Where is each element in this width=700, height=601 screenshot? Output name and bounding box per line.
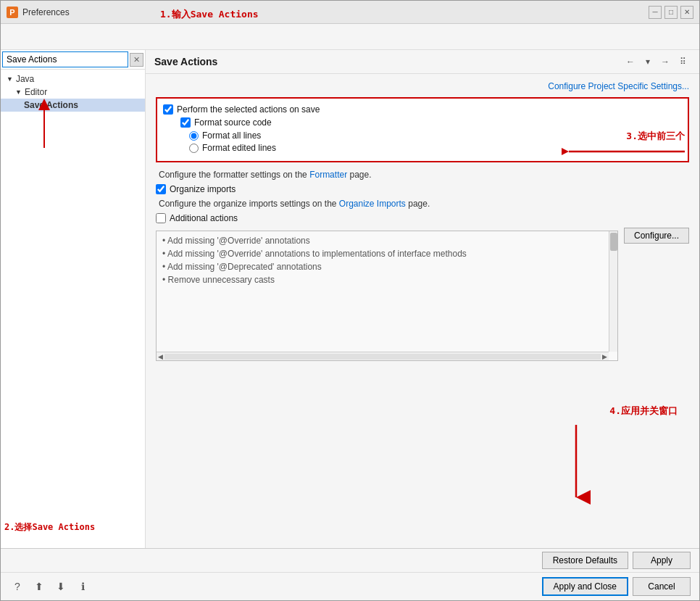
main-content: ✕ ▼ Java ▼ Editor [1,50,699,548]
back-nav-button[interactable]: ← [622,54,638,69]
maximize-button[interactable]: □ [664,6,678,19]
expand-icon: ▼ [15,88,22,96]
search-input[interactable] [2,51,128,67]
organize-info-text1: Configure the organize imports settings … [159,199,336,209]
tree-item-java[interactable]: ▼ Java [1,72,145,86]
list-scrollbar-v[interactable] [609,231,617,352]
list-item: Add missing '@Override' annotations [162,234,612,247]
restore-defaults-button[interactable]: Restore Defaults [542,552,628,569]
close-button[interactable]: ✕ [680,6,693,19]
step2-annotation: 2.选择Save Actions [4,521,95,534]
perform-actions-checkbox[interactable] [163,104,173,115]
scroll-left-arrow[interactable]: ◀ [157,353,164,360]
format-all-label[interactable]: Format all lines [202,130,261,141]
format-edited-radio[interactable] [189,144,199,153]
format-source-checkbox[interactable] [180,117,191,128]
configure-additional-button[interactable]: Configure... [624,228,689,244]
export-button[interactable]: ⬆ [31,579,47,594]
more-nav-button[interactable]: ⠿ [675,54,691,69]
title-bar: P Preferences ─ □ ✕ [1,1,699,24]
additional-actions-row: Additional actions [156,213,689,223]
organize-imports-link[interactable]: Organize Imports [339,199,406,209]
perform-actions-row: Perform the selected actions on save [163,104,682,115]
list-item: Add missing '@Override' annotations to i… [162,247,612,260]
format-source-label[interactable]: Format source code [194,117,272,128]
window-controls: ─ □ ✕ [649,6,693,19]
formatter-info-text2: page. [349,170,371,180]
search-clear-button[interactable]: ✕ [130,53,143,67]
window-title: Preferences [22,7,649,17]
format-source-row: Format source code [180,117,682,128]
bottom-left-icons: ? ⬆ ⬇ ℹ [9,579,91,594]
list-scrollbar-h[interactable]: ◀ ▶ [157,352,609,360]
panel-content: Configure Project Specific Settings... P… [146,74,699,548]
info-button[interactable]: ℹ [75,579,91,594]
formatter-info: Configure the formatter settings on the … [159,170,689,180]
tree-item-java-label: Java [16,74,34,84]
format-all-radio[interactable] [189,131,199,141]
format-all-row: Format all lines [189,130,682,141]
tree-item-save-actions[interactable]: Save Actions [1,99,145,112]
tree-item-editor-label: Editor [25,87,47,97]
additional-actions-label[interactable]: Additional actions [170,213,238,223]
right-panel: Save Actions ← ▾ → ⠿ Configure Project S… [146,50,699,548]
help-button[interactable]: ? [9,579,25,594]
toolbar [1,24,699,50]
perform-actions-label[interactable]: Perform the selected actions on save [177,104,320,115]
configure-project-link[interactable]: Configure Project Specific Settings... [156,81,689,91]
import-button[interactable]: ⬇ [53,579,69,594]
red-outline-section: Perform the selected actions on save For… [156,97,689,162]
bottom-main-buttons: ? ⬆ ⬇ ℹ Apply and Close Cancel [1,573,699,600]
organize-imports-row: Organize imports [156,184,689,194]
apply-and-close-button[interactable]: Apply and Close [542,577,628,596]
tree-item-save-actions-label: Save Actions [24,100,78,110]
nav-buttons: ← ▾ → ⠿ [622,54,691,69]
bottom-right-buttons: Apply and Close Cancel [542,577,691,596]
minimize-button[interactable]: ─ [649,6,662,19]
tree-area: ▼ Java ▼ Editor Save Actions [1,70,145,548]
format-edited-label[interactable]: Format edited lines [202,143,276,153]
cancel-button[interactable]: Cancel [633,577,691,596]
additional-items-list: Add missing '@Override' annotations Add … [162,234,612,286]
additional-actions-checkbox[interactable] [156,213,166,223]
dropdown-nav-button[interactable]: ▾ [640,54,656,69]
search-box: ✕ [1,50,145,70]
scroll-right-arrow[interactable]: ▶ [601,353,609,360]
formatter-link[interactable]: Formatter [309,170,347,180]
tree-item-editor[interactable]: ▼ Editor [1,86,145,99]
panel-header: Save Actions ← ▾ → ⠿ [146,50,699,74]
list-item: Remove unnecessary casts [162,273,612,286]
sidebar: ✕ ▼ Java ▼ Editor [1,50,146,548]
format-edited-row: Format edited lines [189,143,682,153]
list-item: Add missing '@Deprecated' annotations [162,260,612,273]
organize-info-text2: page. [408,199,430,209]
organize-info: Configure the organize imports settings … [159,199,689,209]
app-icon: P [7,7,18,18]
forward-nav-button[interactable]: → [657,54,673,69]
organize-imports-checkbox[interactable] [156,184,166,194]
bottom-bar: Restore Defaults Apply ? ⬆ ⬇ ℹ Apply and… [1,548,699,600]
preferences-window: P Preferences ─ □ ✕ 1.输入Save Actions ✕ [0,0,700,601]
expand-icon: ▼ [7,75,13,83]
additional-actions-list: Add missing '@Override' annotations Add … [156,231,618,361]
bottom-top-buttons: Restore Defaults Apply [1,549,699,573]
apply-button[interactable]: Apply [633,552,691,569]
formatter-info-text1: Configure the formatter settings on the [159,170,307,180]
panel-title: Save Actions [154,56,217,67]
organize-imports-label[interactable]: Organize imports [170,184,236,194]
